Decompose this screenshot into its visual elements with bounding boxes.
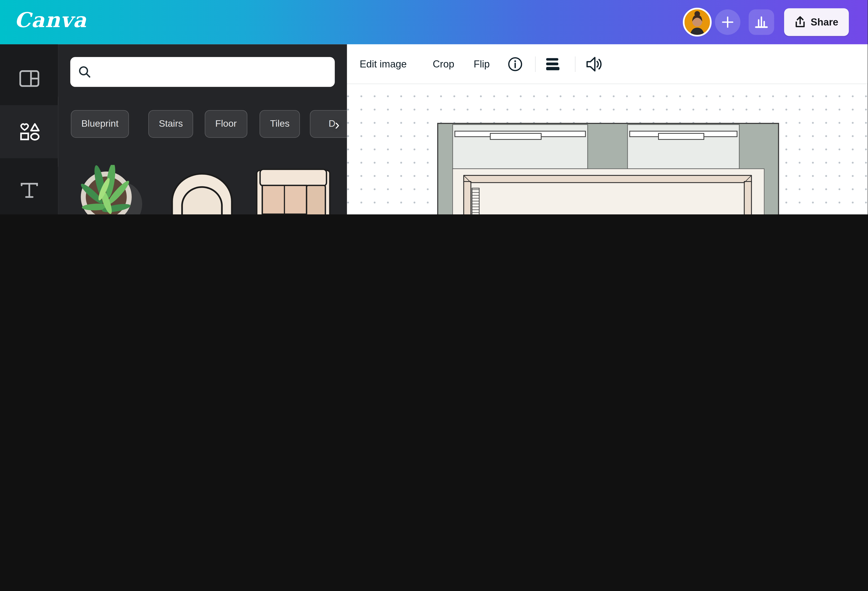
avatar[interactable] [683, 8, 712, 37]
add-button[interactable] [715, 9, 740, 35]
sidebar-rail [0, 44, 58, 214]
insights-button[interactable] [749, 9, 774, 35]
canvas-area: Edit image Crop Flip [347, 44, 868, 214]
sidebar-item-text[interactable] [0, 164, 58, 214]
stacked-lines-icon [546, 58, 561, 71]
avatar-image [685, 9, 710, 35]
canva-editor-window: Canva Sha [0, 0, 868, 214]
element-sectional-sofa[interactable] [256, 168, 331, 214]
design-panel-icon [19, 70, 39, 87]
info-icon [508, 56, 523, 72]
canva-logo[interactable]: Canva [15, 8, 87, 32]
info-button[interactable] [508, 44, 523, 84]
elements-icon [18, 122, 40, 142]
canvas-toolbar: Edit image Crop Flip [347, 44, 868, 84]
edit-image-button[interactable]: Edit image [360, 44, 407, 84]
top-bar: Canva Sha [0, 0, 868, 44]
search-input[interactable] [97, 66, 327, 78]
design-canvas[interactable]: Matilda [347, 84, 868, 214]
text-icon [20, 182, 38, 199]
plus-icon [722, 16, 734, 28]
element-potted-plant[interactable] [77, 165, 147, 214]
search-bar[interactable] [70, 57, 335, 87]
toolbar-divider [575, 56, 576, 72]
sidebar-item-elements[interactable] [0, 105, 58, 158]
elements-panel: Blueprint Stairs Floor Tiles D › [58, 44, 347, 214]
filter-chip-stairs[interactable]: Stairs [148, 110, 193, 138]
filter-chip-floor[interactable]: Floor [205, 110, 247, 138]
chips-scroll-chevron-icon[interactable]: › [335, 116, 340, 133]
speaker-icon [586, 56, 602, 72]
filter-chip-doors[interactable]: D [310, 110, 347, 138]
element-armchair[interactable] [168, 170, 236, 214]
bar-chart-icon [755, 15, 768, 29]
filter-chip-tiles[interactable]: Tiles [260, 110, 300, 138]
sidebar-item-design[interactable] [0, 52, 58, 105]
share-upload-icon [794, 16, 806, 28]
filter-chip-blueprint[interactable]: Blueprint [71, 110, 129, 138]
share-button[interactable]: Share [784, 8, 849, 36]
share-label: Share [810, 16, 838, 28]
floor-plan-image[interactable] [437, 123, 779, 214]
position-button[interactable] [546, 44, 561, 84]
search-icon [78, 65, 92, 78]
crop-button[interactable]: Crop [433, 44, 455, 84]
volume-button[interactable] [586, 44, 602, 84]
flip-button[interactable]: Flip [474, 44, 490, 84]
toolbar-divider [535, 56, 536, 72]
